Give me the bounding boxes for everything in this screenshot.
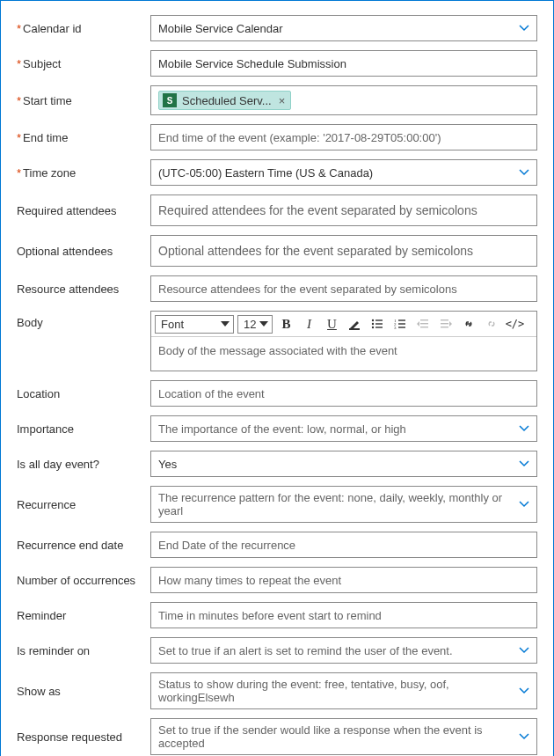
svg-rect-18 [441,327,448,327]
bold-button[interactable]: B [276,314,295,334]
svg-rect-16 [441,319,448,320]
sharepoint-icon: S [163,93,177,107]
reminder-input[interactable]: Time in minutes before event start to re… [150,602,537,628]
optional-attendees-input[interactable]: Optional attendees for the event separat… [150,235,537,267]
is-all-day-select[interactable]: Yes [150,451,537,477]
label-required-attendees: Required attendees [17,204,150,217]
code-view-button[interactable]: </> [505,314,524,334]
label-optional-attendees: Optional attendees [17,245,150,258]
label-start-time: *Start time [17,94,150,107]
italic-button[interactable]: I [299,314,318,334]
label-is-all-day: Is all day event? [17,458,150,471]
outdent-button[interactable] [413,314,433,334]
token-remove-icon[interactable]: × [279,94,286,107]
response-requested-select[interactable]: Set to true if the sender would like a r… [150,718,537,755]
calendar-id-select[interactable]: Mobile Service Calendar [150,15,537,41]
dynamic-token[interactable]: S Scheduled Serv... × [158,91,291,110]
label-location: Location [17,387,150,400]
svg-point-5 [372,327,374,328]
svg-rect-15 [420,327,428,327]
label-reminder: Reminder [17,609,150,622]
svg-rect-2 [375,319,383,320]
required-attendees-input[interactable]: Required attendees for the event separat… [150,195,537,226]
start-time-input[interactable]: S Scheduled Serv... × [150,85,537,115]
label-response-requested: Response requested [17,730,150,744]
svg-rect-13 [420,319,428,320]
font-select[interactable]: Font [155,315,234,334]
label-end-time: *End time [17,131,150,144]
indent-button[interactable] [436,314,456,334]
label-importance: Importance [17,422,150,436]
time-zone-select[interactable]: (UTC-05:00) Eastern Time (US & Canada) [150,159,537,186]
subject-input[interactable]: Mobile Service Schedule Submission [150,50,537,77]
show-as-select[interactable]: Status to show during the event: free, t… [150,672,537,709]
label-num-occurrences: Number of occurrences [17,574,150,587]
label-calendar-id: *Calendar id [17,22,150,35]
svg-rect-8 [398,319,405,320]
body-textarea[interactable]: Body of the message associated with the … [151,337,536,371]
label-recurrence-end: Recurrence end date [17,539,150,552]
num-occurrences-input[interactable]: How many times to repeat the event [150,567,537,593]
rich-text-toolbar: Font 12 B I U 123 </> [151,312,536,337]
body-editor: Font 12 B I U 123 </> Body of the messag… [150,311,537,371]
svg-rect-17 [441,323,448,324]
svg-rect-12 [398,327,405,327]
svg-rect-0 [349,328,360,330]
recurrence-select[interactable]: The recurrence pattern for the event: no… [150,486,537,523]
label-body: Body [17,311,150,329]
label-recurrence: Recurrence [17,498,150,511]
is-reminder-on-select[interactable]: Set to true if an alert is set to remind… [150,637,537,664]
svg-rect-10 [398,323,405,324]
location-input[interactable]: Location of the event [150,380,537,407]
unlink-button[interactable] [482,314,501,334]
font-size-select[interactable]: 12 [237,315,273,334]
label-resource-attendees: Resource attendees [17,283,150,296]
action-card: *Calendar id Mobile Service Calendar *Su… [0,0,554,756]
label-is-reminder-on: Is reminder on [17,644,150,657]
svg-rect-4 [375,323,383,324]
svg-text:3: 3 [394,326,397,330]
resource-attendees-input[interactable]: Resource attendees for the event separat… [150,275,537,302]
numbered-list-button[interactable]: 123 [390,314,410,334]
label-subject: *Subject [17,57,150,70]
caret-down-icon [259,321,268,327]
end-time-input[interactable]: End time of the event (example: '2017-08… [150,124,537,150]
label-show-as: Show as [17,685,150,698]
link-button[interactable] [459,314,478,334]
label-time-zone: *Time zone [17,166,150,180]
svg-rect-6 [375,327,383,327]
svg-point-3 [372,323,374,325]
svg-rect-14 [420,323,428,324]
underline-button[interactable]: U [322,314,341,334]
svg-point-1 [372,319,374,321]
token-label: Scheduled Serv... [182,94,272,107]
color-picker-button[interactable] [345,314,364,334]
caret-down-icon [221,321,230,327]
recurrence-end-input[interactable]: End Date of the recurrence [150,532,537,558]
bullet-list-button[interactable] [368,314,387,334]
importance-select[interactable]: The importance of the event: low, normal… [150,415,537,442]
